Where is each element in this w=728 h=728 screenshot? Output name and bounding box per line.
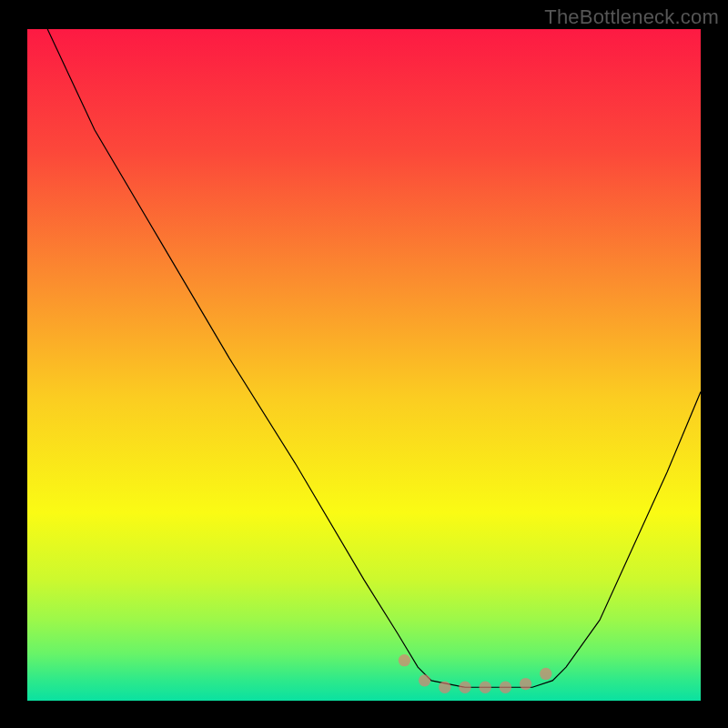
highlight-dot [520,678,531,690]
chart-background [27,29,701,701]
chart-svg [27,29,701,701]
highlight-dot [480,682,491,693]
watermark-text: TheBottleneck.com [544,5,719,29]
highlight-dot [419,674,430,686]
highlight-dot [459,682,470,693]
highlight-dot [439,682,450,693]
highlight-dot [540,668,551,680]
highlight-dot [399,654,410,666]
highlight-dot [500,682,511,693]
